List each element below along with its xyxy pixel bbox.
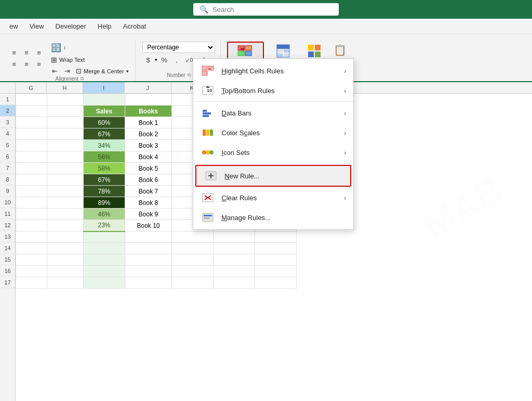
cell-m17[interactable] — [255, 277, 297, 289]
insert-btn[interactable]: 📋 — [330, 42, 350, 58]
percent-btn[interactable]: % — [158, 55, 170, 64]
cell-j2-books-header[interactable]: Books — [125, 106, 172, 117]
cell-g6[interactable] — [16, 151, 47, 163]
cell-k13[interactable] — [172, 231, 214, 243]
align-top-left-btn[interactable]: ≡ — [8, 48, 20, 57]
number-format-select[interactable]: Percentage — [142, 42, 215, 53]
cell-l16[interactable] — [214, 266, 255, 277]
cell-h14[interactable] — [47, 243, 84, 254]
cell-g5[interactable] — [16, 140, 47, 151]
cell-g17[interactable] — [16, 277, 47, 289]
col-header-h[interactable]: H — [47, 82, 83, 93]
row-num-5[interactable]: 5 — [0, 139, 15, 151]
dropdown-color-scales[interactable]: Color Scales › — [193, 123, 353, 143]
dropdown-data-bars[interactable]: Data Bars › — [193, 103, 353, 123]
cell-j11[interactable]: Book 9 — [125, 209, 172, 220]
cell-k17[interactable] — [172, 277, 214, 289]
menu-item-developer[interactable]: Developer — [50, 20, 91, 32]
dropdown-top-bottom[interactable]: 10 Top/Bottom Rules › — [193, 81, 353, 100]
cell-h2[interactable] — [47, 106, 84, 117]
row-num-14[interactable]: 14 — [0, 242, 15, 254]
cell-j17[interactable] — [125, 277, 172, 289]
row-num-8[interactable]: 8 — [0, 174, 15, 185]
search-box[interactable]: 🔍 — [193, 3, 339, 16]
cell-j15[interactable] — [125, 254, 172, 266]
col-header-g[interactable]: G — [16, 82, 47, 93]
cell-j7[interactable]: Book 5 — [125, 163, 172, 174]
menu-item-acrobat[interactable]: Acrobat — [118, 20, 152, 32]
cell-h1[interactable] — [47, 94, 84, 106]
cell-h7[interactable] — [47, 163, 84, 174]
dropdown-clear-rules[interactable]: Clear Rules › — [193, 188, 353, 208]
cell-i7[interactable]: 58% — [84, 163, 125, 174]
cell-h8[interactable] — [47, 174, 84, 186]
cell-g13[interactable] — [16, 231, 47, 243]
currency-btn[interactable]: $ — [142, 55, 154, 64]
cell-g11[interactable] — [16, 209, 47, 220]
cell-j10[interactable]: Book 8 — [125, 197, 172, 209]
cell-g4[interactable] — [16, 128, 47, 140]
cell-k15[interactable] — [172, 254, 214, 266]
alignment-expand-icon[interactable]: ⧉ — [81, 76, 84, 82]
dropdown-manage-rules[interactable]: Manage Rules... — [193, 208, 353, 227]
cell-j14[interactable] — [125, 243, 172, 254]
cell-i14[interactable] — [84, 243, 125, 254]
align-top-center-btn[interactable]: ≡ — [21, 48, 32, 57]
cell-g14[interactable] — [16, 243, 47, 254]
cell-i8[interactable]: 67% — [84, 174, 125, 186]
cell-h15[interactable] — [47, 254, 84, 266]
row-num-17[interactable]: 17 — [0, 277, 15, 288]
dropdown-new-rule[interactable]: New Rule... — [195, 165, 351, 187]
cell-j13[interactable] — [125, 231, 172, 243]
align-bottom-left-btn[interactable]: ≡ — [8, 59, 20, 69]
cell-h9[interactable] — [47, 186, 84, 197]
cell-i15[interactable] — [84, 254, 125, 266]
cell-i11[interactable]: 46% — [84, 209, 125, 220]
cell-i2-sales-header[interactable]: Sales — [84, 106, 125, 117]
cell-l17[interactable] — [214, 277, 255, 289]
row-num-9[interactable]: 9 — [0, 185, 15, 197]
cell-i1[interactable] — [84, 94, 125, 106]
col-header-j[interactable]: J — [125, 82, 171, 93]
row-num-11[interactable]: 11 — [0, 208, 15, 219]
cell-i6[interactable]: 56% — [84, 151, 125, 163]
decrease-indent-btn[interactable]: ⇤ — [49, 66, 60, 75]
cell-j12[interactable]: Book 10 — [125, 220, 172, 231]
cell-h16[interactable] — [47, 266, 84, 277]
cell-j16[interactable] — [125, 266, 172, 277]
cell-l15[interactable] — [214, 254, 255, 266]
cell-m15[interactable] — [255, 254, 297, 266]
dropdown-highlight-cells[interactable]: < Highlight Cells Rules › — [193, 61, 353, 81]
cell-m13[interactable] — [255, 231, 297, 243]
cell-j4[interactable]: Book 2 — [125, 128, 172, 140]
merge-dropdown-icon[interactable]: ▾ — [126, 69, 129, 74]
cell-m14[interactable] — [255, 243, 297, 254]
cell-i5[interactable]: 34% — [84, 140, 125, 151]
row-num-4[interactable]: 4 — [0, 128, 15, 139]
row-num-1[interactable]: 1 — [0, 94, 15, 105]
cell-g12[interactable] — [16, 220, 47, 231]
cell-i12[interactable]: 23% — [84, 220, 125, 231]
cell-h11[interactable] — [47, 209, 84, 220]
cell-g3[interactable] — [16, 117, 47, 128]
cell-g7[interactable] — [16, 163, 47, 174]
cell-g15[interactable] — [16, 254, 47, 266]
row-num-13[interactable]: 13 — [0, 231, 15, 242]
wrap-text-btn[interactable]: ⊞ Wrap Text — [49, 55, 131, 65]
row-num-16[interactable]: 16 — [0, 265, 15, 277]
cell-j5[interactable]: Book 3 — [125, 140, 172, 151]
comma-btn[interactable]: , — [171, 55, 182, 64]
cell-j9[interactable]: Book 7 — [125, 186, 172, 197]
row-num-6[interactable]: 6 — [0, 151, 15, 162]
row-num-15[interactable]: 15 — [0, 254, 15, 265]
menu-item-view[interactable]: View — [24, 20, 49, 32]
cell-h10[interactable] — [47, 197, 84, 209]
cell-h6[interactable] — [47, 151, 84, 163]
cell-g16[interactable] — [16, 266, 47, 277]
cell-i10[interactable]: 89% — [84, 197, 125, 209]
cell-i13[interactable] — [84, 231, 125, 243]
row-num-3[interactable]: 3 — [0, 117, 15, 128]
cell-j3[interactable]: Book 1 — [125, 117, 172, 128]
increase-indent-btn[interactable]: ⇥ — [61, 66, 73, 75]
cell-j1[interactable] — [125, 94, 172, 106]
